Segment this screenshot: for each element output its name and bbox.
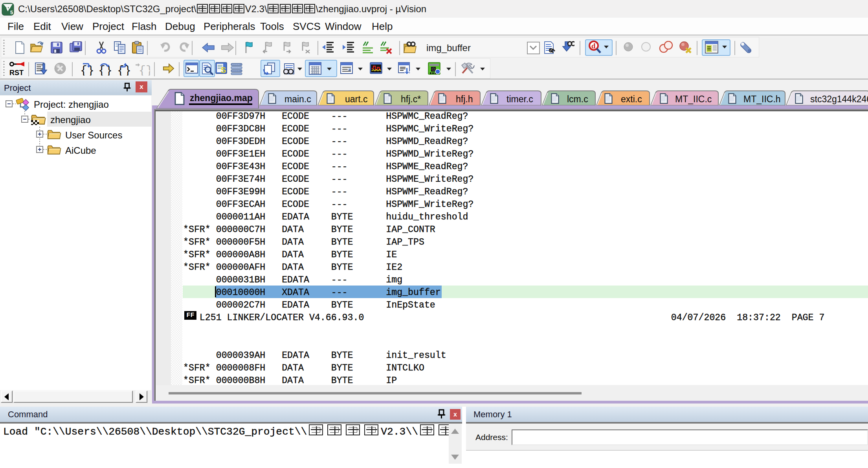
svg-text:5: 5 xyxy=(10,9,13,15)
svg-text:d: d xyxy=(591,42,596,50)
svg-text:RST: RST xyxy=(9,69,24,76)
svg-text:{}: {} xyxy=(139,64,150,76)
svg-text:S: S xyxy=(221,66,226,74)
svg-text:{}: {} xyxy=(117,64,130,76)
svg-text:{}: {} xyxy=(80,64,93,76)
